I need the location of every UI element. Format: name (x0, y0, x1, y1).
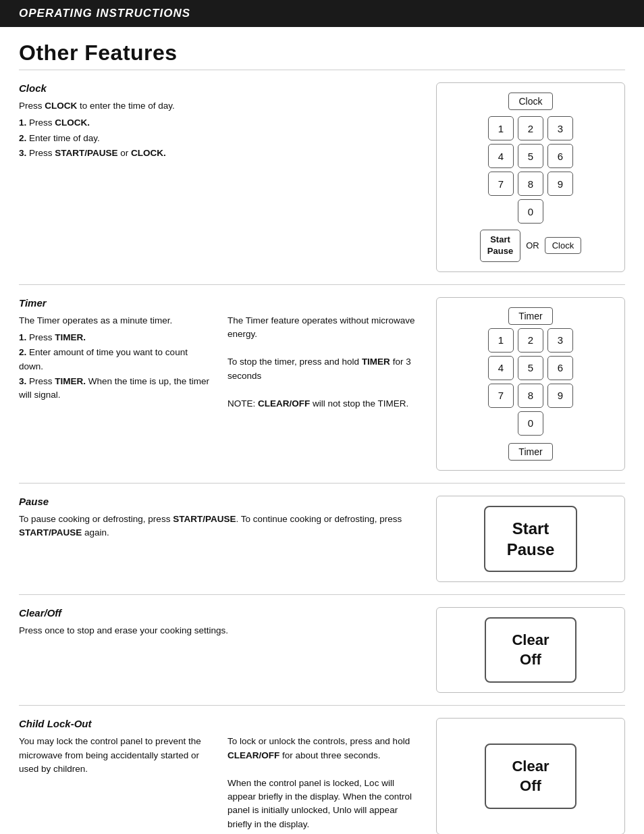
timer-key-8: 8 (518, 384, 543, 408)
clock-label-btn: Clock (508, 93, 552, 110)
clock-diagram: Clock 1 2 3 4 5 6 7 8 9 0 (436, 82, 625, 272)
childlock-col2: To lock or unlock the controls, press an… (227, 735, 423, 834)
clearoff-section: Clear/Off Press once to stop and erase y… (19, 594, 625, 705)
timer-step-2: 2. Enter amount of time you want to coun… (19, 346, 214, 373)
childlock-col2-text1: To lock or unlock the controls, press an… (227, 735, 423, 762)
timer-row-1: 1 2 3 (488, 328, 573, 353)
childlock-text: Child Lock-Out You may lock the control … (19, 718, 423, 834)
childlock-col1-text: You may lock the control panel to preven… (19, 735, 214, 776)
clock-intro: Press CLOCK to enter the time of day. (19, 99, 423, 113)
clock-text: Clock Press CLOCK to enter the time of d… (19, 82, 423, 272)
page-content: Other Features Clock Press CLOCK to ente… (0, 27, 644, 834)
clock-keypad: Clock 1 2 3 4 5 6 7 8 9 0 (480, 93, 581, 262)
timer-key-4: 4 (488, 356, 514, 380)
clock-key-6: 6 (547, 144, 573, 168)
clock-clock-btn: Clock (545, 237, 582, 254)
timer-label-btn-top: Timer (508, 307, 552, 325)
clock-key-4: 4 (488, 144, 514, 168)
timer-row-0: 0 (518, 411, 543, 436)
timer-label-btn-bottom: Timer (508, 443, 552, 461)
timer-key-1: 1 (488, 328, 514, 353)
clock-key-1: 1 (488, 116, 514, 140)
childlock-diagram: ClearOff (436, 718, 625, 834)
clock-step-3: 3. Press START/PAUSE or CLOCK. (19, 147, 423, 160)
timer-key-5: 5 (518, 356, 543, 380)
timer-key-7: 7 (488, 384, 514, 408)
timer-row-2: 4 5 6 (488, 356, 573, 380)
timer-no-energy: The Timer feature operates without micro… (227, 314, 423, 342)
pause-description: To pause cooking or defrosting, press ST… (19, 513, 423, 540)
clock-row-2: 4 5 6 (488, 144, 573, 168)
header-label: OPERATING INSTRUCTIONS (19, 7, 190, 20)
childlock-clear-off-btn: ClearOff (485, 744, 576, 809)
timer-label-btn-bottom-wrap: Timer (508, 443, 552, 461)
timer-key-2: 2 (518, 328, 543, 353)
childlock-col2-text2: When the control panel is locked, Loc wi… (227, 777, 423, 831)
clearoff-title: Clear/Off (19, 607, 423, 619)
pause-title: Pause (19, 496, 423, 507)
timer-diagram: Timer 1 2 3 4 5 6 7 8 9 0 (436, 297, 625, 471)
clock-key-5: 5 (518, 144, 543, 168)
pause-diagram: StartPause (436, 496, 625, 582)
timer-stop-note: To stop the timer, press and hold TIMER … (227, 355, 423, 383)
childlock-title: Child Lock-Out (19, 718, 423, 729)
pause-section: Pause To pause cooking or defrosting, pr… (19, 483, 625, 594)
clock-key-2: 2 (518, 116, 543, 140)
clearoff-diagram: ClearOff (436, 607, 625, 693)
timer-step-1: 1. Press TIMER. (19, 331, 214, 344)
pause-text: Pause To pause cooking or defrosting, pr… (19, 496, 423, 582)
clear-off-large-btn: ClearOff (485, 617, 576, 683)
timer-title: Timer (19, 297, 423, 309)
timer-text: Timer The Timer operates as a minute tim… (19, 297, 423, 471)
clock-row-3: 7 8 9 (488, 172, 573, 196)
timer-row-3: 7 8 9 (488, 384, 573, 408)
clock-key-9: 9 (547, 172, 573, 196)
timer-key-3: 3 (547, 328, 573, 353)
timer-key-6: 6 (547, 356, 573, 380)
clock-step-1: 1. Press CLOCK. (19, 116, 423, 130)
page-title: Other Features (19, 41, 625, 66)
timer-two-col: The Timer operates as a minute timer. 1.… (19, 314, 423, 414)
clock-title: Clock (19, 82, 423, 94)
clock-key-8: 8 (518, 172, 543, 196)
clock-or-text: OR (526, 240, 539, 251)
clock-section: Clock Press CLOCK to enter the time of d… (19, 70, 625, 284)
childlock-section: Child Lock-Out You may lock the control … (19, 705, 625, 834)
clock-key-0: 0 (518, 199, 543, 224)
clock-row-0: 0 (518, 199, 543, 224)
clock-start-pause-btn: StartPause (480, 230, 520, 262)
clock-bottom-row: StartPause OR Clock (480, 230, 581, 262)
timer-key-0: 0 (518, 411, 543, 436)
clearoff-text: Clear/Off Press once to stop and erase y… (19, 607, 423, 693)
timer-clearoff-note: NOTE: CLEAR/OFF will not stop the TIMER. (227, 397, 423, 411)
timer-keypad: Timer 1 2 3 4 5 6 7 8 9 0 (488, 307, 573, 461)
timer-section: Timer The Timer operates as a minute tim… (19, 284, 625, 483)
childlock-col1: You may lock the control panel to preven… (19, 735, 214, 834)
start-pause-large-btn: StartPause (484, 506, 578, 572)
clock-key-7: 7 (488, 172, 514, 196)
clearoff-description: Press once to stop and erase your cookin… (19, 624, 423, 637)
timer-key-9: 9 (547, 384, 573, 408)
clock-key-3: 3 (547, 116, 573, 140)
timer-col1: The Timer operates as a minute timer. 1.… (19, 314, 214, 414)
timer-step-3: 3. Press TIMER. When the time is up, the… (19, 375, 214, 402)
clock-step-2: 2. Enter time of day. (19, 132, 423, 145)
page-header: OPERATING INSTRUCTIONS (0, 0, 644, 27)
timer-intro: The Timer operates as a minute timer. (19, 314, 214, 328)
timer-col2: The Timer feature operates without micro… (227, 314, 423, 414)
clock-row-1: 1 2 3 (488, 116, 573, 140)
childlock-two-col: You may lock the control panel to preven… (19, 735, 423, 834)
